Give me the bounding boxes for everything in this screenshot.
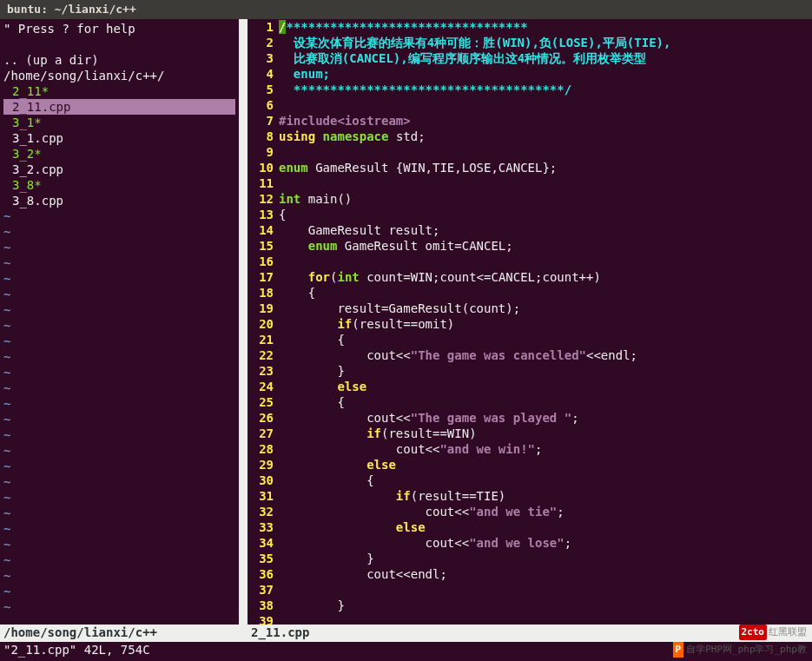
code-line[interactable] <box>279 97 812 113</box>
code-line[interactable]: cout<<"and we win!"; <box>279 441 812 457</box>
tilde-line: ~ <box>3 365 235 380</box>
code-line[interactable]: enum GameResult {WIN,TIE,LOSE,CANCEL}; <box>279 160 812 175</box>
tilde-line: ~ <box>3 302 235 318</box>
watermark-1: 2cto红黑联盟 <box>739 625 808 640</box>
code-line[interactable]: GameResult result; <box>279 222 812 238</box>
line-number: 35 <box>248 551 274 566</box>
code-line[interactable]: /********************************* <box>279 19 812 35</box>
editor-pane[interactable]: 1234567891011121314151617181920212223242… <box>248 19 812 625</box>
tilde-line: ~ <box>3 584 235 599</box>
tilde-lines: ~~~~~~~~~~~~~~~~~~~~~~~~~~ <box>3 208 235 615</box>
line-number: 32 <box>248 504 274 519</box>
line-number: 5 <box>248 82 274 97</box>
code-line[interactable]: else <box>279 457 812 473</box>
code-line[interactable]: { <box>279 285 812 301</box>
code-line[interactable]: cout<<"The game was played "; <box>279 410 812 426</box>
tilde-line: ~ <box>3 552 235 568</box>
file-item[interactable]: 3_2* <box>3 146 235 162</box>
file-item[interactable]: 3_8.cpp <box>3 193 235 208</box>
line-number: 7 <box>248 113 274 129</box>
file-item[interactable]: 3_1* <box>3 115 235 130</box>
line-number-gutter: 1234567891011121314151617181920212223242… <box>248 19 279 625</box>
file-item[interactable]: 3_2.cpp <box>3 162 235 177</box>
code-line[interactable] <box>279 175 812 191</box>
code-line[interactable]: { <box>279 473 812 488</box>
tilde-line: ~ <box>3 318 235 334</box>
file-item[interactable]: 2_11* <box>3 83 235 99</box>
code-line[interactable]: using namespace std; <box>279 129 812 144</box>
code-line[interactable]: enum GameResult omit=CANCEL; <box>279 238 812 254</box>
code-line[interactable]: cout<<"and we lose"; <box>279 535 812 551</box>
code-line[interactable]: int main() <box>279 191 812 207</box>
line-number: 12 <box>248 191 274 207</box>
pane-divider[interactable] <box>239 19 248 625</box>
code-line[interactable]: *************************************/ <box>279 82 812 97</box>
line-number: 3 <box>248 50 274 66</box>
code-line[interactable] <box>279 144 812 160</box>
code-line[interactable]: if(result==omit) <box>279 316 812 332</box>
code-line[interactable]: } <box>279 363 812 379</box>
code-line[interactable]: enum; <box>279 66 812 82</box>
line-number: 11 <box>248 175 274 191</box>
line-number: 36 <box>248 566 274 582</box>
tilde-line: ~ <box>3 506 235 521</box>
line-number: 24 <box>248 379 274 394</box>
line-number: 33 <box>248 519 274 535</box>
code-line[interactable]: 设某次体育比赛的结果有4种可能：胜(WIN),负(LOSE),平局(TIE), <box>279 35 812 50</box>
code-line[interactable]: } <box>279 551 812 566</box>
line-number: 10 <box>248 160 274 175</box>
nerdtree-sidebar[interactable]: " Press ? for help .. (up a dir) /home/s… <box>0 19 239 625</box>
line-number: 37 <box>248 582 274 598</box>
code-line[interactable]: for(int count=WIN;count<=CANCEL;count++) <box>279 269 812 285</box>
code-area[interactable]: /********************************* 设某次体育… <box>279 19 812 625</box>
line-number: 20 <box>248 316 274 332</box>
code-line[interactable]: cout<<endl; <box>279 566 812 582</box>
code-line[interactable]: #include<iostream> <box>279 113 812 129</box>
line-number: 14 <box>248 222 274 238</box>
code-line[interactable] <box>279 582 812 598</box>
tilde-line: ~ <box>3 287 235 302</box>
tilde-line: ~ <box>3 459 235 474</box>
line-number: 34 <box>248 535 274 551</box>
line-number: 29 <box>248 457 274 473</box>
tilde-line: ~ <box>3 349 235 365</box>
code-line[interactable]: } <box>279 598 812 613</box>
line-number: 19 <box>248 301 274 316</box>
line-number: 13 <box>248 207 274 222</box>
tilde-line: ~ <box>3 240 235 255</box>
line-number: 18 <box>248 285 274 301</box>
code-line[interactable] <box>279 254 812 269</box>
line-number: 1 <box>248 19 274 35</box>
tilde-line: ~ <box>3 521 235 537</box>
code-line[interactable]: cout<<"The game was cancelled"<<endl; <box>279 347 812 363</box>
code-line[interactable]: else <box>279 379 812 394</box>
code-line[interactable]: { <box>279 394 812 410</box>
line-number: 28 <box>248 441 274 457</box>
line-number: 9 <box>248 144 274 160</box>
updir[interactable]: .. (up a dir) <box>3 52 235 68</box>
code-line[interactable]: if(result==WIN) <box>279 426 812 441</box>
tilde-line: ~ <box>3 490 235 506</box>
watermark2-logo: P <box>673 642 684 658</box>
code-line[interactable]: { <box>279 332 812 347</box>
line-number: 23 <box>248 363 274 379</box>
code-line[interactable]: if(result==TIE) <box>279 488 812 504</box>
tilde-line: ~ <box>3 599 235 615</box>
file-item[interactable]: 3_1.cpp <box>3 130 235 146</box>
code-line[interactable]: result=GameResult(count); <box>279 301 812 316</box>
code-line[interactable]: { <box>279 207 812 222</box>
code-line[interactable]: else <box>279 519 812 535</box>
current-path: /home/song/lianxi/c++/ <box>3 68 235 83</box>
line-number: 15 <box>248 238 274 254</box>
tilde-line: ~ <box>3 396 235 412</box>
code-line[interactable] <box>279 613 812 629</box>
tilde-line: ~ <box>3 224 235 240</box>
line-number: 39 <box>248 613 274 629</box>
tilde-line: ~ <box>3 568 235 584</box>
file-item[interactable]: 2_11.cpp <box>3 99 235 115</box>
file-item[interactable]: 3_8* <box>3 177 235 193</box>
line-number: 8 <box>248 129 274 144</box>
line-number: 22 <box>248 347 274 363</box>
code-line[interactable]: cout<<"and we tie"; <box>279 504 812 519</box>
code-line[interactable]: 比赛取消(CANCEL),编写程序顺序输出这4种情况。利用枚举类型 <box>279 50 812 66</box>
